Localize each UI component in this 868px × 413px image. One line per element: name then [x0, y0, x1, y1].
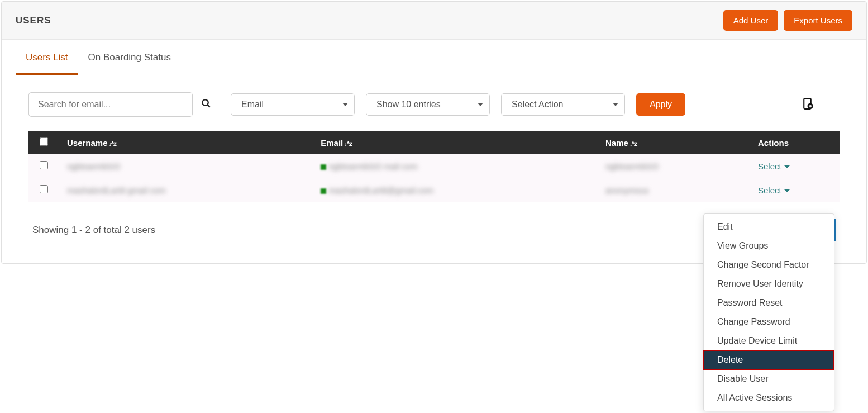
users-table: Username↓ᴬᴢ Email↓ᴬᴢ Name↓ᴬᴢ Actions ngb…: [28, 131, 840, 202]
select-all-header: [28, 131, 59, 154]
dropdown-item-change-second-factor[interactable]: Change Second Factor: [704, 255, 834, 265]
dropdown-item-edit[interactable]: Edit: [704, 217, 834, 236]
column-header-username[interactable]: Username↓ᴬᴢ: [59, 131, 313, 154]
row-actions-select[interactable]: Select: [758, 162, 790, 171]
table-row: ngbtoarmbGO ngbtoarmbGO mail com ngbtoar…: [28, 154, 840, 178]
sort-icon: ↓ᴬᴢ: [109, 140, 117, 147]
table-body: ngbtoarmbGO ngbtoarmbGO mail com ngbtoar…: [28, 154, 840, 202]
tabs-bar: Users List On Boarding Status: [2, 40, 866, 75]
search-input[interactable]: [28, 92, 193, 117]
sort-icon: ↓ᴬᴢ: [629, 140, 637, 147]
tab-onboarding-status[interactable]: On Boarding Status: [78, 40, 181, 75]
results-summary: Showing 1 - 2 of total 2 users: [32, 225, 155, 236]
cell-username: mashalordLart8 gmail com: [67, 186, 166, 195]
cell-email: ngbtoarmbGO mail com: [328, 162, 417, 171]
svg-point-0: [202, 99, 208, 106]
panel-header: USERS Add User Export Users: [2, 2, 866, 40]
search-icon[interactable]: [201, 98, 211, 111]
status-indicator-icon: [321, 164, 326, 170]
add-user-button[interactable]: Add User: [723, 10, 779, 31]
entries-per-page-select[interactable]: Show 10 entries: [366, 93, 490, 116]
dropdown-item-view-groups[interactable]: View Groups: [704, 236, 834, 255]
cell-username: ngbtoarmbGO: [67, 162, 120, 171]
filter-field-select[interactable]: Email: [231, 93, 355, 116]
row-actions-dropdown: EditView GroupsChange Second FactorRemov…: [703, 213, 834, 265]
row-checkbox[interactable]: [40, 161, 48, 169]
status-indicator-icon: [321, 188, 326, 194]
table-row: mashalordLart8 gmail com mashalordLart8@…: [28, 178, 840, 202]
add-device-icon[interactable]: [800, 97, 814, 112]
svg-line-1: [207, 105, 210, 107]
tab-users-list[interactable]: Users List: [16, 40, 78, 75]
sort-icon: ↓ᴬᴢ: [344, 140, 352, 147]
export-users-button[interactable]: Export Users: [784, 10, 852, 31]
page-title: USERS: [16, 15, 51, 26]
column-header-email[interactable]: Email↓ᴬᴢ: [313, 131, 598, 154]
row-actions-select[interactable]: Select: [758, 186, 790, 195]
caret-down-icon: [784, 189, 790, 192]
users-table-container: Username↓ᴬᴢ Email↓ᴬᴢ Name↓ᴬᴢ Actions ngb…: [2, 131, 866, 202]
column-header-name[interactable]: Name↓ᴬᴢ: [598, 131, 750, 154]
cell-email: mashalordLart8@gmail.com: [328, 186, 433, 195]
row-checkbox[interactable]: [40, 185, 48, 193]
filter-bar: Email Show 10 entries Select Action Appl…: [2, 75, 866, 131]
caret-down-icon: [784, 165, 790, 168]
select-all-checkbox[interactable]: [40, 137, 48, 146]
column-header-actions: Actions: [750, 131, 840, 154]
cell-name: ngbtoarmbGO: [605, 162, 659, 171]
bulk-action-select[interactable]: Select Action: [501, 93, 625, 116]
apply-button[interactable]: Apply: [636, 93, 685, 116]
table-header: Username↓ᴬᴢ Email↓ᴬᴢ Name↓ᴬᴢ Actions: [28, 131, 840, 154]
cell-name: anonymous: [605, 186, 649, 195]
header-actions: Add User Export Users: [723, 10, 852, 31]
